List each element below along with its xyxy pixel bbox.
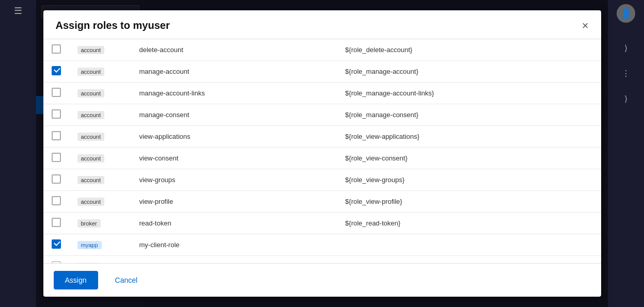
client-badge: account (77, 198, 105, 206)
right-panel-icons: ⟩ ⋮ ⟩ (622, 43, 630, 104)
expand2-icon[interactable]: ⟩ (624, 94, 627, 104)
role-checkbox[interactable] (52, 153, 61, 162)
table-row: account view-consent ${role_view-consent… (43, 148, 601, 169)
client-badge-cell: account (69, 169, 131, 191)
table-row: account delete-account ${role_delete-acc… (43, 39, 601, 61)
role-desc-cell: ${role_view-groups} (337, 169, 601, 191)
row-checkbox-cell[interactable] (43, 234, 69, 256)
row-checkbox-cell[interactable] (43, 61, 69, 83)
role-name-cell: delete-account (131, 39, 337, 61)
modal-header: Assign roles to myuser × (43, 10, 601, 39)
client-badge-cell: account (69, 126, 131, 148)
role-desc-cell: ${role_manage-account-links} (337, 83, 601, 104)
hamburger-icon[interactable]: ☰ (14, 5, 22, 17)
role-name-cell: manage-consent (131, 104, 337, 126)
modal-body[interactable]: account delete-account ${role_delete-acc… (43, 39, 601, 263)
role-checkbox[interactable] (52, 239, 61, 249)
table-row: account view-applications ${role_view-ap… (43, 126, 601, 148)
role-desc-cell (337, 234, 601, 256)
table-row: account manage-account-links ${role_mana… (43, 83, 601, 104)
table-row: account view-profile ${role_view-profile… (43, 191, 601, 213)
roles-table: account delete-account ${role_delete-acc… (43, 39, 601, 263)
role-desc-cell: ${role_create-client} (337, 256, 601, 264)
table-row: myapp my-client-role (43, 234, 601, 256)
client-badge-cell: account (69, 104, 131, 126)
client-badge: account (77, 89, 105, 98)
client-badge-cell: realm (69, 256, 131, 264)
client-badge: account (77, 133, 105, 141)
role-name-cell: view-consent (131, 148, 337, 169)
client-badge-cell: broker (69, 213, 131, 234)
role-desc-cell: ${role_manage-account} (337, 61, 601, 83)
role-checkbox[interactable] (52, 174, 61, 184)
table-row: broker read-token ${role_read-token} (43, 213, 601, 234)
role-checkbox[interactable] (52, 196, 61, 205)
client-badge-cell: account (69, 61, 131, 83)
client-badge-cell: account (69, 191, 131, 213)
role-desc-cell: ${role_view-consent} (337, 148, 601, 169)
role-checkbox[interactable] (52, 88, 61, 97)
row-checkbox-cell[interactable] (43, 126, 69, 148)
role-desc-cell: ${role_read-token} (337, 213, 601, 234)
table-row: account manage-account ${role_manage-acc… (43, 61, 601, 83)
role-checkbox[interactable] (52, 44, 61, 54)
client-badge: account (77, 176, 105, 184)
role-name-cell: manage-account-links (131, 83, 337, 104)
row-checkbox-cell[interactable] (43, 83, 69, 104)
client-badge: realm (77, 263, 99, 264)
row-checkbox-cell[interactable] (43, 256, 69, 264)
role-name-cell: view-applications (131, 126, 337, 148)
role-name-cell: my-client-role (131, 234, 337, 256)
role-checkbox[interactable] (52, 109, 61, 119)
cancel-button[interactable]: Cancel (103, 271, 150, 289)
modal-close-button[interactable]: × (582, 20, 589, 31)
role-desc-cell: ${role_view-applications} (337, 126, 601, 148)
row-checkbox-cell[interactable] (43, 104, 69, 126)
table-row: realm create-client ${role_create-client… (43, 256, 601, 264)
row-checkbox-cell[interactable] (43, 148, 69, 169)
avatar[interactable]: 👤 (617, 4, 635, 23)
role-name-cell: create-client (131, 256, 337, 264)
client-badge-cell: myapp (69, 234, 131, 256)
role-name-cell: read-token (131, 213, 337, 234)
modal-backdrop: Assign roles to myuser × account delete-… (36, 0, 608, 307)
client-badge: account (77, 154, 105, 163)
client-badge: myapp (77, 241, 102, 249)
expand-icon[interactable]: ⟩ (624, 43, 627, 53)
role-name-cell: manage-account (131, 61, 337, 83)
assign-roles-modal: Assign roles to myuser × account delete-… (43, 10, 601, 297)
row-checkbox-cell[interactable] (43, 213, 69, 234)
role-name-cell: view-groups (131, 169, 337, 191)
client-badge: account (77, 111, 105, 119)
modal-title: Assign roles to myuser (56, 20, 170, 31)
role-name-cell: view-profile (131, 191, 337, 213)
row-checkbox-cell[interactable] (43, 191, 69, 213)
role-checkbox[interactable] (52, 261, 61, 263)
client-badge-cell: account (69, 148, 131, 169)
client-badge: account (77, 68, 105, 76)
role-checkbox[interactable] (52, 131, 61, 140)
role-checkbox[interactable] (52, 66, 61, 75)
more-icon[interactable]: ⋮ (622, 69, 630, 78)
assign-button[interactable]: Assign (54, 271, 98, 289)
row-checkbox-cell[interactable] (43, 169, 69, 191)
row-checkbox-cell[interactable] (43, 39, 69, 61)
client-badge-cell: account (69, 39, 131, 61)
sidebar: ☰ (0, 0, 36, 307)
modal-footer: Assign Cancel (43, 263, 601, 297)
client-badge: broker (77, 219, 101, 228)
role-checkbox[interactable] (52, 218, 61, 227)
right-panel: 👤 ⟩ ⋮ ⟩ (608, 0, 644, 307)
role-desc-cell: ${role_delete-account} (337, 39, 601, 61)
role-desc-cell: ${role_manage-consent} (337, 104, 601, 126)
table-row: account manage-consent ${role_manage-con… (43, 104, 601, 126)
client-badge: account (77, 46, 105, 54)
role-desc-cell: ${role_view-profile} (337, 191, 601, 213)
client-badge-cell: account (69, 83, 131, 104)
table-row: account view-groups ${role_view-groups} (43, 169, 601, 191)
